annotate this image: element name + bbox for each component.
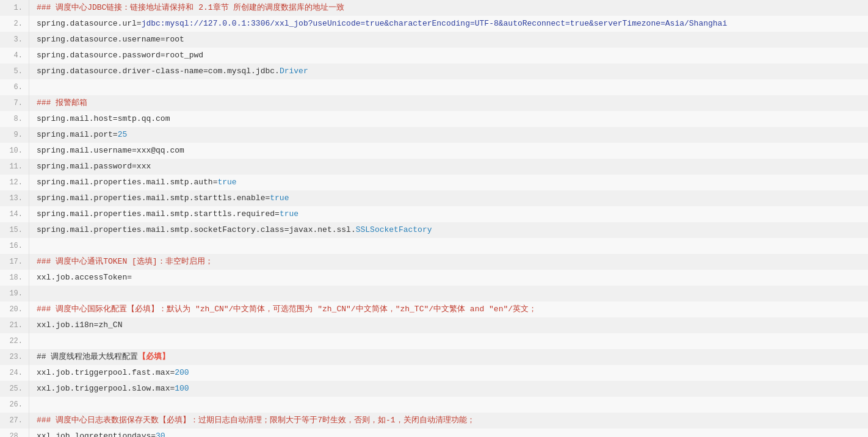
line-number: 3. [0,32,29,48]
line-content [29,79,868,95]
line-number: 21. [0,317,29,333]
code-lines: 1.### 调度中心JDBC链接：链接地址请保持和 2.1章节 所创建的调度数据… [0,0,868,437]
line-content: xxl.job.triggerpool.fast.max=200 [29,365,868,381]
code-row: 23.## 调度线程池最大线程配置【必填】 [0,349,868,365]
line-content [29,286,868,302]
line-content: ### 报警邮箱 [29,95,868,111]
line-number: 17. [0,254,29,270]
line-number: 8. [0,111,29,127]
code-row: 18.xxl.job.accessToken= [0,270,868,286]
line-number: 28. [0,428,29,437]
code-row: 16. [0,238,868,254]
line-number: 23. [0,349,29,365]
line-content: xxl.job.accessToken= [29,270,868,286]
code-row: 1.### 调度中心JDBC链接：链接地址请保持和 2.1章节 所创建的调度数据… [0,0,868,16]
code-container: 1.### 调度中心JDBC链接：链接地址请保持和 2.1章节 所创建的调度数据… [0,0,868,437]
code-row: 14.spring.mail.properties.mail.smtp.star… [0,206,868,222]
line-number: 25. [0,381,29,397]
line-number: 14. [0,206,29,222]
line-content: ### 调度中心JDBC链接：链接地址请保持和 2.1章节 所创建的调度数据库的… [29,0,868,16]
line-number: 12. [0,175,29,190]
line-number: 7. [0,95,29,111]
line-content: spring.datasource.username=root [29,32,868,48]
line-number: 26. [0,397,29,413]
line-number: 5. [0,63,29,79]
line-content: ## 调度线程池最大线程配置【必填】 [29,349,868,365]
code-row: 21.xxl.job.i18n=zh_CN [0,317,868,333]
line-number: 9. [0,127,29,143]
line-number: 16. [0,238,29,254]
code-row: 9.spring.mail.port=25 [0,127,868,143]
code-row: 19. [0,286,868,302]
line-content: spring.mail.password=xxx [29,159,868,175]
code-row: 12.spring.mail.properties.mail.smtp.auth… [0,175,868,190]
line-content: ### 调度中心日志表数据保存天数【必填】：过期日志自动清理；限制大于等于7时生… [29,413,868,428]
line-number: 1. [0,0,29,16]
code-row: 20.### 调度中心国际化配置【必填】：默认为 "zh_CN"/中文简体，可选… [0,302,868,317]
line-number: 6. [0,79,29,95]
line-content: xxl.job.logretentiondays=30 [29,428,868,437]
line-content: spring.mail.properties.mail.smtp.socketF… [29,222,868,238]
line-content: xxl.job.i18n=zh_CN [29,317,868,333]
code-row: 11.spring.mail.password=xxx [0,159,868,175]
line-content: spring.mail.properties.mail.smtp.starttl… [29,190,868,206]
code-row: 26. [0,397,868,413]
code-row: 15.spring.mail.properties.mail.smtp.sock… [0,222,868,238]
code-row: 6. [0,79,868,95]
line-number: 27. [0,413,29,428]
line-content: ### 调度中心国际化配置【必填】：默认为 "zh_CN"/中文简体，可选范围为… [29,302,868,317]
code-row: 24.xxl.job.triggerpool.fast.max=200 [0,365,868,381]
line-content: xxl.job.triggerpool.slow.max=100 [29,381,868,397]
code-row: 2.spring.datasource.url=jdbc:mysql://127… [0,16,868,32]
code-row: 4.spring.datasource.password=root_pwd [0,48,868,63]
line-content: spring.mail.properties.mail.smtp.starttl… [29,206,868,222]
line-number: 20. [0,302,29,317]
line-number: 2. [0,16,29,32]
code-row: 13.spring.mail.properties.mail.smtp.star… [0,190,868,206]
line-number: 10. [0,143,29,159]
line-content: spring.datasource.password=root_pwd [29,48,868,63]
code-row: 3.spring.datasource.username=root [0,32,868,48]
line-content: spring.datasource.driver-class-name=com.… [29,63,868,79]
line-number: 15. [0,222,29,238]
line-content: spring.mail.port=25 [29,127,868,143]
code-row: 7.### 报警邮箱 [0,95,868,111]
code-row: 5.spring.datasource.driver-class-name=co… [0,63,868,79]
line-number: 24. [0,365,29,381]
code-row: 22. [0,333,868,349]
code-row: 28.xxl.job.logretentiondays=30 [0,428,868,437]
code-row: 8.spring.mail.host=smtp.qq.com [0,111,868,127]
line-content: spring.mail.host=smtp.qq.com [29,111,868,127]
line-content: spring.mail.properties.mail.smtp.auth=tr… [29,175,868,190]
line-content: ### 调度中心通讯TOKEN [选填]：非空时启用； [29,254,868,270]
line-content [29,238,868,254]
code-row: 27.### 调度中心日志表数据保存天数【必填】：过期日志自动清理；限制大于等于… [0,413,868,428]
line-content [29,333,868,349]
code-row: 10.spring.mail.username=xxx@qq.com [0,143,868,159]
line-number: 11. [0,159,29,175]
line-number: 4. [0,48,29,63]
line-number: 22. [0,333,29,349]
line-number: 13. [0,190,29,206]
line-number: 19. [0,286,29,302]
code-row: 25.xxl.job.triggerpool.slow.max=100 [0,381,868,397]
code-row: 17.### 调度中心通讯TOKEN [选填]：非空时启用； [0,254,868,270]
line-content [29,397,868,413]
line-number: 18. [0,270,29,286]
line-content: spring.mail.username=xxx@qq.com [29,143,868,159]
line-content: spring.datasource.url=jdbc:mysql://127.0… [29,16,868,32]
